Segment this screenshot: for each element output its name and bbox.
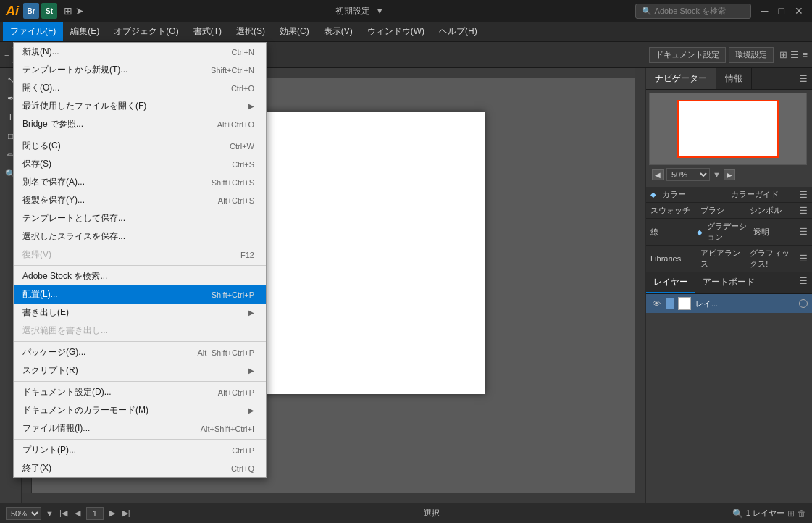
swatch-panel-row: スウォッチ ブラシ シンボル ☰ (646, 203, 812, 219)
menu-object[interactable]: オブジェクト(O) (106, 22, 185, 41)
menu-item-color-mode[interactable]: ドキュメントのカラーモード(M)▶ (14, 401, 266, 419)
menu-item-save[interactable]: 保存(S)Ctrl+S (14, 155, 266, 173)
zoom-row: ◀ 50% ▼ ▶ (649, 165, 809, 184)
menu-separator (14, 135, 266, 135)
layers-section: レイヤー アートボード ☰ 👁 レイ... (646, 272, 812, 503)
menu-item-open[interactable]: 開く(O)...Ctrl+O (14, 79, 266, 97)
layers-menu-btn[interactable]: ☰ (795, 272, 812, 293)
page-input[interactable] (86, 507, 104, 520)
close-button[interactable]: ✕ (792, 5, 806, 17)
nav-prev-btn[interactable]: ◀ (73, 509, 82, 518)
libraries-label[interactable]: Libraries (650, 254, 696, 263)
title-bar: Ai Br St ⊞ ➤ 初期設定 ▼ 🔍 Adobe Stock を検索 ─ … (0, 0, 812, 22)
menu-item-open-recent[interactable]: 最近使用したファイルを開く(F)▶ (14, 97, 266, 115)
layers-tabs: レイヤー アートボード ☰ (646, 272, 812, 294)
tab-layers[interactable]: レイヤー (646, 272, 695, 293)
gradient-label[interactable]: グラデーション (707, 221, 749, 243)
graphics-label[interactable]: グラフィックス! (750, 248, 795, 269)
layer-count-label: 1 レイヤー (746, 508, 784, 519)
search-icon: 🔍 (642, 7, 652, 16)
menu-window[interactable]: ウィンドウ(W) (360, 22, 432, 41)
layer-target-icon[interactable] (799, 299, 808, 308)
menu-file[interactable]: ファイル(F) (3, 22, 63, 41)
menu-item-print[interactable]: プリント(P)...Ctrl+P (14, 441, 266, 459)
zoom-in-btn[interactable]: ▶ (724, 169, 735, 180)
color-panel-menu[interactable]: ☰ (800, 190, 808, 200)
layer-visibility-icon[interactable]: 👁 (650, 298, 662, 309)
menu-item-save-copy[interactable]: 複製を保存(Y)...Alt+Ctrl+S (14, 191, 266, 209)
bridge-icon[interactable]: Br (23, 3, 39, 19)
menu-item-file-info[interactable]: ファイル情報(I)...Alt+Shift+Ctrl+I (14, 419, 266, 438)
minimize-button[interactable]: ─ (758, 5, 771, 17)
menu-item-quit[interactable]: 終了(X)Ctrl+Q (14, 459, 266, 477)
search-placeholder: Adobe Stock を検索 (655, 6, 726, 17)
zoom-out-btn[interactable]: ◀ (652, 169, 664, 180)
menu-item-save-as[interactable]: 別名で保存(A)...Shift+Ctrl+S (14, 173, 266, 191)
tab-navigator[interactable]: ナビゲーター (646, 68, 716, 89)
swatch-label[interactable]: スウォッチ (650, 205, 696, 216)
brush-label[interactable]: ブラシ (700, 205, 746, 216)
menu-edit[interactable]: 編集(E) (63, 22, 106, 41)
appearance-label[interactable]: アピアランス (700, 248, 746, 269)
menu-select[interactable]: 選択(S) (229, 22, 272, 41)
grid-icon[interactable]: ⊞ (64, 5, 72, 17)
scroll-vertical[interactable] (635, 68, 645, 503)
nav-first-btn[interactable]: |◀ (58, 509, 69, 518)
status-mode-label: 選択 (424, 509, 440, 517)
panel-menu-btn[interactable]: ☰ (795, 70, 812, 87)
menu-item-close[interactable]: 閉じる(C)Ctrl+W (14, 137, 266, 155)
color-guide-label[interactable]: カラーガイド (731, 189, 795, 200)
tab-info[interactable]: 情報 (716, 68, 752, 89)
stroke-panel-menu[interactable]: ☰ (800, 227, 808, 237)
search-box[interactable]: 🔍 Adobe Stock を検索 (635, 4, 751, 19)
menu-effect[interactable]: 効果(C) (272, 22, 317, 41)
send-icon[interactable]: ➤ (75, 5, 84, 17)
menu-view[interactable]: 表示(V) (317, 22, 360, 41)
zoom-select[interactable]: 50% (666, 168, 710, 181)
libraries-panel-menu[interactable]: ☰ (800, 254, 808, 264)
menu-item-new-from-template[interactable]: テンプレートから新規(T)...Shift+Ctrl+N (14, 61, 266, 79)
restore-button[interactable]: □ (776, 5, 787, 17)
menu-item-save-template[interactable]: テンプレートとして保存... (14, 209, 266, 227)
menu-item-export[interactable]: 書き出し(E)▶ (14, 304, 266, 322)
symbol-label[interactable]: シンボル (750, 205, 795, 216)
toolbar-expand-icon[interactable]: ≡ (4, 51, 9, 59)
menu-type[interactable]: 書式(T) (186, 22, 229, 41)
navigator-doc-thumb (677, 100, 779, 158)
swatch-panel-menu[interactable]: ☰ (800, 206, 808, 216)
status-icon3: 🗑 (798, 509, 806, 519)
doc-settings-button[interactable]: ドキュメント設定 (649, 47, 726, 63)
menu-item-adobe-stock[interactable]: Adobe Stock を検索... (14, 267, 266, 285)
nav-last-btn[interactable]: ▶| (121, 509, 132, 518)
color-panel-label[interactable]: カラー (662, 189, 727, 200)
stock-icon[interactable]: St (41, 3, 57, 19)
panel-options-icon[interactable]: ⊞ (779, 49, 787, 60)
status-right-icon1: 🔍 (732, 509, 743, 519)
menu-item-doc-settings[interactable]: ドキュメント設定(D)...Alt+Ctrl+P (14, 383, 266, 401)
layer-row[interactable]: 👁 レイ... (646, 294, 812, 313)
menu-item-place[interactable]: 配置(L)...Shift+Ctrl+P (14, 285, 266, 304)
layer-name: レイ... (695, 298, 795, 309)
tab-artboard[interactable]: アートボード (695, 272, 762, 293)
menu-help[interactable]: ヘルプ(H) (432, 22, 485, 41)
workspace-label: 初期設定 (335, 5, 370, 17)
workspace-dropdown-icon[interactable]: ▼ (376, 7, 384, 15)
menu-item-save-slice[interactable]: 選択したスライスを保存... (14, 227, 266, 246)
status-zoom-select[interactable]: 50% (6, 507, 41, 520)
color-panel-row: ◆ カラー カラーガイド ☰ (646, 187, 812, 203)
stroke-label[interactable]: 線 (650, 227, 692, 238)
scroll-horizontal[interactable] (22, 493, 635, 503)
menu-item-bridge[interactable]: Bridge で参照...Alt+Ctrl+O (14, 115, 266, 133)
menu-item-export-selection: 選択範囲を書き出し... (14, 322, 266, 340)
env-settings-button[interactable]: 環境設定 (729, 47, 774, 63)
status-zoom-dropdown[interactable]: ▼ (46, 509, 54, 518)
menu-item-new[interactable]: 新規(N)...Ctrl+N (14, 43, 266, 61)
menu-item-scripts[interactable]: スクリプト(R)▶ (14, 361, 266, 380)
nav-next-btn[interactable]: ▶ (108, 509, 117, 518)
menu-item-package[interactable]: パッケージ(G)...Alt+Shift+Ctrl+P (14, 343, 266, 361)
transparency-label[interactable]: 透明 (753, 227, 795, 238)
panel-expand-icon[interactable]: ≡ (802, 49, 808, 60)
panel-menu-icon[interactable]: ☰ (790, 49, 799, 60)
zoom-dropdown-icon[interactable]: ▼ (713, 170, 721, 179)
menu-separator (14, 265, 266, 266)
